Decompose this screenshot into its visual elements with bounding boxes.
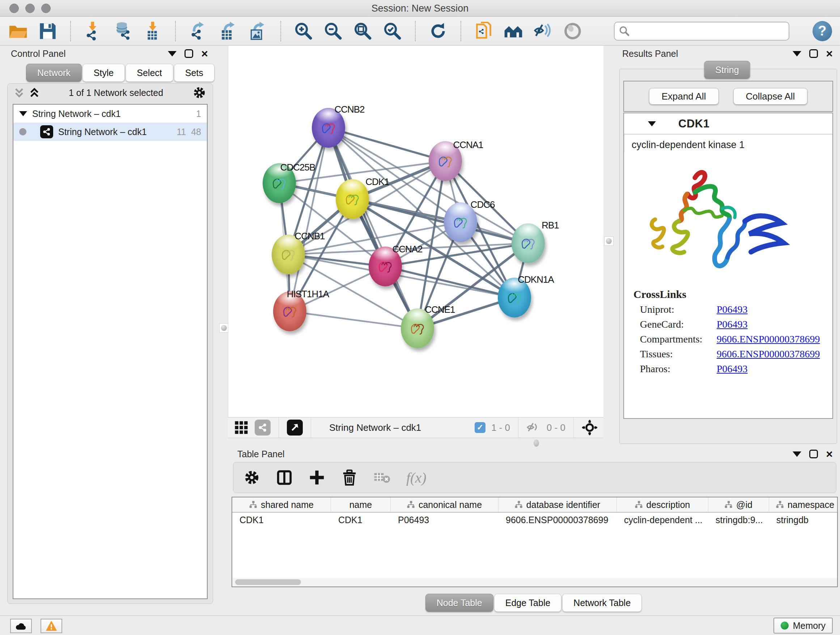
- tab-select[interactable]: Select: [126, 64, 173, 82]
- network-node-CDK1[interactable]: [336, 179, 369, 219]
- export-network-icon[interactable]: [188, 21, 208, 42]
- right-splitter-handle[interactable]: [604, 236, 614, 246]
- hide-selected-icon[interactable]: [533, 21, 553, 42]
- crosshair-icon[interactable]: [582, 420, 598, 435]
- birdseye-icon[interactable]: [287, 420, 303, 435]
- warning-icon: [46, 621, 57, 631]
- add-column-icon[interactable]: [309, 469, 325, 486]
- column-header[interactable]: namespace: [769, 497, 838, 512]
- column-header[interactable]: description: [617, 497, 708, 512]
- clone-network-icon[interactable]: [474, 21, 494, 42]
- column-header[interactable]: name: [331, 497, 391, 512]
- expand-all-button[interactable]: Expand All: [649, 88, 719, 105]
- float-panel-icon[interactable]: [185, 49, 193, 58]
- node-label-HIST1H1A: HIST1H1A: [287, 288, 329, 300]
- scrollbar-thumb[interactable]: [235, 579, 301, 585]
- export-image-icon[interactable]: [248, 21, 268, 42]
- network-collection-row[interactable]: String Network – cdk1 1: [13, 105, 207, 123]
- network-row[interactable]: String Network – cdk1 11 48: [13, 123, 207, 141]
- collection-expand-icon[interactable]: [19, 111, 27, 116]
- column-header-label: @id: [736, 500, 752, 510]
- collection-count: 1: [196, 109, 201, 119]
- network-canvas-container[interactable]: CCNB2CCNA1CDC25BCDK1CDC6RB1CCNB1CCNA2CDK…: [228, 46, 603, 417]
- tab-edge-table[interactable]: Edge Table: [494, 594, 562, 612]
- node-table[interactable]: shared namenamecanonical namedatabase id…: [232, 497, 838, 587]
- tab-node-table[interactable]: Node Table: [425, 594, 493, 612]
- first-neighbors-icon[interactable]: [503, 21, 523, 42]
- crosslink-value-link[interactable]: P06493: [717, 304, 748, 315]
- export-table-icon[interactable]: [218, 21, 238, 42]
- gene-header[interactable]: CDK1: [624, 113, 832, 134]
- delete-column-icon[interactable]: [341, 469, 358, 486]
- table-cell[interactable]: cyclin-dependent ...: [617, 515, 708, 525]
- column-header-label: canonical name: [418, 500, 482, 510]
- network-options-gear-icon[interactable]: [193, 86, 206, 100]
- import-network-file-icon[interactable]: [83, 21, 103, 42]
- warnings-button[interactable]: [41, 619, 62, 633]
- open-session-icon[interactable]: [8, 21, 28, 42]
- table-cell[interactable]: stringdb:9...: [708, 515, 769, 525]
- column-header[interactable]: @id: [708, 497, 769, 512]
- close-panel-icon[interactable]: ×: [826, 49, 833, 58]
- network-list: String Network – cdk1 1 String Network –…: [13, 104, 208, 599]
- save-session-icon[interactable]: [38, 21, 58, 42]
- expand-all-networks-icon[interactable]: [14, 87, 24, 98]
- column-header[interactable]: canonical name: [391, 497, 499, 512]
- tab-network[interactable]: Network: [26, 64, 82, 82]
- node-label-CDKN1A: CDKN1A: [518, 274, 554, 285]
- left-splitter-handle[interactable]: [219, 323, 229, 333]
- collapse-all-networks-icon[interactable]: [29, 87, 39, 98]
- table-cell[interactable]: stringdb: [769, 515, 838, 525]
- float-panel-icon[interactable]: [809, 450, 818, 458]
- zoom-fit-icon[interactable]: [353, 21, 373, 42]
- tab-network-table[interactable]: Network Table: [562, 594, 642, 612]
- memory-button[interactable]: Memory: [774, 618, 833, 633]
- bottom-splitter-handle[interactable]: [534, 440, 539, 447]
- collapse-all-button[interactable]: Collapse All: [733, 88, 808, 105]
- grid-view-icon[interactable]: [234, 420, 249, 435]
- cloud-button[interactable]: [10, 619, 32, 633]
- toolbar-search[interactable]: [614, 22, 789, 41]
- import-network-database-icon[interactable]: [113, 21, 133, 42]
- column-header-label: database identifier: [526, 500, 600, 510]
- gear-icon[interactable]: [243, 469, 260, 486]
- column-header[interactable]: shared name: [232, 497, 331, 512]
- zoom-out-icon[interactable]: [323, 21, 343, 42]
- node-label-CDC6: CDC6: [471, 199, 495, 211]
- close-panel-icon[interactable]: ×: [201, 49, 208, 58]
- import-table-file-icon[interactable]: [142, 21, 163, 42]
- column-header-label: name: [349, 500, 372, 510]
- tab-string[interactable]: String: [704, 61, 750, 79]
- table-cell[interactable]: CDK1: [331, 515, 391, 525]
- crosslink-value-link[interactable]: P06493: [717, 363, 748, 375]
- column-header[interactable]: database identifier: [499, 497, 617, 512]
- refresh-view-icon[interactable]: [428, 21, 448, 42]
- table-cell[interactable]: 9606.ENSP00000378699: [499, 515, 617, 525]
- collapse-panel-icon[interactable]: [168, 51, 177, 57]
- zoom-selected-icon[interactable]: [382, 21, 403, 42]
- crosslink-value-link[interactable]: 9606.ENSP00000378699: [717, 348, 820, 360]
- memory-label: Memory: [793, 621, 826, 631]
- gene-collapse-icon[interactable]: [648, 121, 656, 126]
- collapse-panel-icon[interactable]: [793, 451, 801, 457]
- tab-sets[interactable]: Sets: [174, 64, 215, 82]
- help-button[interactable]: ?: [813, 21, 832, 41]
- show-graphics-details-icon[interactable]: [562, 21, 583, 42]
- table-cell[interactable]: P06493: [391, 515, 499, 525]
- crosslink-label: Compartments:: [640, 333, 717, 345]
- close-panel-icon[interactable]: ×: [826, 450, 833, 458]
- table-cell[interactable]: CDK1: [232, 515, 331, 525]
- float-panel-icon[interactable]: [809, 49, 818, 58]
- crosslink-value-link[interactable]: 9606.ENSP00000378699: [717, 333, 820, 345]
- zoom-in-icon[interactable]: [294, 21, 314, 42]
- split-columns-icon[interactable]: [276, 469, 293, 486]
- selected-checkbox[interactable]: ✓: [475, 422, 485, 433]
- collapse-panel-icon[interactable]: [793, 51, 801, 57]
- crosslink-value-link[interactable]: P06493: [717, 318, 748, 330]
- tab-style[interactable]: Style: [82, 64, 125, 82]
- share-view-icon[interactable]: [255, 420, 271, 435]
- search-input[interactable]: [633, 26, 784, 36]
- table-h-scrollbar[interactable]: [232, 578, 837, 586]
- table-row[interactable]: CDK1CDK1P064939606.ENSP00000378699cyclin…: [232, 513, 837, 527]
- network-node-RB1[interactable]: [512, 223, 545, 263]
